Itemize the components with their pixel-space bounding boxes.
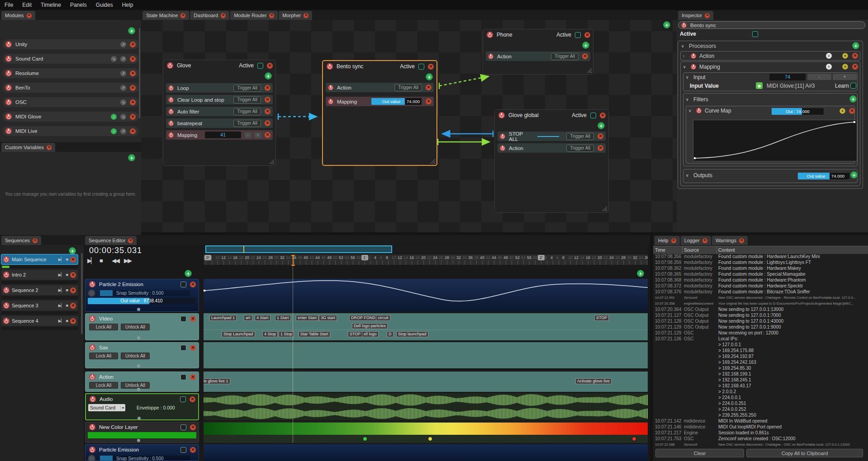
trigger-all-button[interactable]: Trigger All (394, 84, 422, 91)
delete-icon[interactable]: ✕ (849, 108, 855, 114)
power-icon[interactable] (5, 41, 12, 47)
close-icon[interactable]: ✕ (190, 374, 196, 380)
power-icon[interactable] (328, 85, 333, 90)
power-icon[interactable] (89, 344, 95, 351)
delete-icon[interactable]: ✕ (265, 108, 270, 114)
layer-checkbox[interactable] (180, 424, 186, 430)
add-command-button[interactable]: + (426, 73, 433, 80)
trigger-chip[interactable]: STOP (348, 331, 362, 337)
tab-inspector[interactable]: Inspector✕ (678, 11, 713, 20)
close-icon[interactable]: ✕ (671, 238, 676, 243)
lock-all-button[interactable]: Lock All (89, 353, 118, 359)
menu-help[interactable]: Help (118, 2, 138, 8)
active-checkbox[interactable] (575, 32, 581, 38)
increment-button[interactable]: + (255, 132, 261, 138)
delete-icon[interactable]: ✕ (265, 120, 270, 126)
play-icon[interactable]: ▶▏ (58, 288, 64, 292)
collapse-dot[interactable] (137, 388, 140, 391)
trigger-row[interactable]: beatrepeatTrigger All✕ (166, 118, 273, 128)
play-icon[interactable]: ▶▏ (87, 257, 95, 264)
trigger-chip[interactable]: Launchpad 1 (209, 315, 237, 321)
lock-all-button[interactable]: Lock All (89, 382, 118, 389)
color-keyframe-marker[interactable] (428, 437, 432, 441)
trigger-row[interactable]: ActionTrigger All✕ (498, 143, 606, 153)
close-icon[interactable]: ✕ (190, 447, 196, 453)
trigger-chip[interactable]: Activate glove live (575, 378, 612, 384)
add-icon[interactable]: + (842, 53, 848, 59)
active-checkbox[interactable] (752, 31, 758, 37)
power-icon[interactable] (5, 99, 12, 105)
power-icon[interactable] (168, 85, 174, 91)
delete-icon[interactable]: ✕ (598, 133, 603, 139)
curve-out-slider[interactable]: Out : 74.000 (771, 108, 824, 115)
stop-icon[interactable]: ■ (66, 303, 68, 308)
stop-icon[interactable]: ■ (66, 257, 68, 262)
power-icon[interactable] (327, 63, 333, 70)
power-icon[interactable] (89, 374, 95, 380)
input-arrow-icon[interactable]: ↘ (120, 114, 126, 120)
snap-sensitivity-slider[interactable]: Snap Sensitivity : 0.500 (100, 456, 190, 461)
unlock-all-button[interactable]: Unlock All (121, 353, 150, 359)
add-output-button[interactable]: + (850, 171, 858, 179)
power-icon[interactable] (5, 128, 12, 134)
forward-icon[interactable]: ▶▶ (124, 257, 131, 264)
collapse-dot[interactable] (137, 336, 140, 339)
layer-header-teal[interactable]: Sax✕Lock AllUnlock All (85, 342, 199, 368)
close-icon[interactable]: ✕ (702, 238, 707, 243)
add-command-button[interactable]: + (265, 72, 272, 80)
close-icon[interactable]: ✕ (70, 257, 76, 263)
node-bento[interactable]: Bento syncActive✕+ActionTrigger All✕Mapp… (322, 60, 437, 166)
active-checkbox[interactable] (590, 113, 596, 118)
add-layer-button[interactable]: + (185, 270, 192, 277)
close-icon[interactable]: ✕ (33, 238, 38, 243)
close-icon[interactable]: ✕ (600, 113, 606, 118)
snap-sensitivity-slider[interactable]: Snap Sensitivity : 0.500 (100, 290, 190, 296)
color-keyframe-marker[interactable] (632, 437, 636, 441)
add-icon[interactable]: + (842, 64, 848, 70)
layer-header-teal[interactable]: VIdeo✕Lock AllUnlock All (85, 313, 199, 340)
trigger-chip[interactable]: STOP (594, 315, 609, 321)
close-icon[interactable]: ✕ (70, 287, 76, 293)
layer-checkbox[interactable] (180, 374, 186, 380)
trigger-chip[interactable]: ell logo (362, 331, 379, 337)
close-icon[interactable]: ✕ (130, 99, 136, 105)
column-time[interactable]: Time (655, 247, 665, 253)
menu-file[interactable]: File (0, 2, 18, 8)
power-icon[interactable] (3, 318, 9, 324)
tab-dashboard[interactable]: Dashboard✕ (190, 11, 229, 20)
close-icon[interactable]: ✕ (190, 396, 195, 402)
trigger-row[interactable]: LoopTrigger All✕ (166, 83, 273, 93)
power-icon[interactable] (3, 287, 9, 293)
decrement-button[interactable]: - (807, 74, 831, 80)
power-icon[interactable] (167, 62, 173, 69)
trigger-all-button[interactable]: Trigger All (233, 96, 261, 103)
close-icon[interactable]: ✕ (130, 128, 136, 134)
delete-icon[interactable]: ✕ (265, 132, 270, 138)
power-icon[interactable] (328, 99, 333, 104)
power-icon[interactable] (487, 32, 493, 38)
close-icon[interactable]: ✕ (130, 85, 136, 91)
trigger-row[interactable]: ActionTrigger All✕ (326, 83, 434, 92)
resize-handle[interactable] (269, 159, 274, 164)
delete-icon[interactable]: ✕ (582, 53, 588, 59)
power-icon[interactable] (5, 113, 12, 120)
trigger-chip[interactable]: Dell logo particles (352, 323, 388, 329)
trigger-chip[interactable]: circuit (376, 315, 390, 321)
knob-icon[interactable] (88, 289, 95, 297)
resize-handle[interactable] (587, 68, 592, 73)
trigger-chip[interactable]: DROP FOND (349, 315, 377, 321)
target-icon[interactable]: ◉ (756, 82, 763, 89)
layer-track[interactable] (204, 422, 648, 443)
delete-icon[interactable]: ✕ (265, 97, 270, 103)
add-sequence-button[interactable]: + (69, 247, 76, 254)
input-arrow-icon[interactable]: ↘ (111, 56, 117, 62)
layer-track[interactable]: Launchpad 1art4 Start1 Startenter Start3… (204, 313, 648, 340)
trigger-row[interactable]: STOP ALLTrigger All✕ (498, 132, 606, 141)
knob-icon[interactable] (88, 455, 95, 461)
sequence-item[interactable]: Intro 2▶▏■✕ (1, 270, 78, 284)
power-icon[interactable] (488, 54, 493, 59)
module-row[interactable]: Sound Card↘↗✕ (3, 54, 138, 64)
power-icon[interactable] (696, 108, 702, 113)
close-icon[interactable]: ✕ (739, 238, 744, 243)
stop-icon[interactable]: ■ (66, 288, 68, 292)
